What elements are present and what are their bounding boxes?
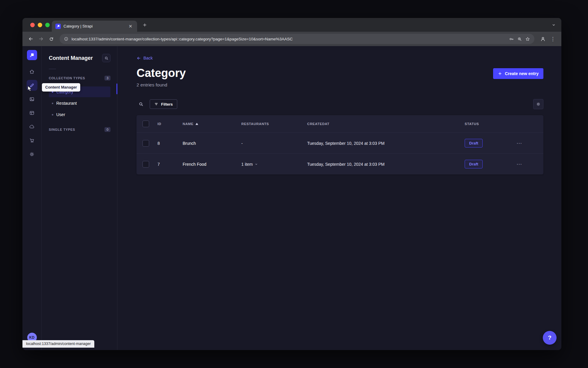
deploy-cloud-icon[interactable]	[27, 121, 37, 132]
traffic-lights	[30, 23, 50, 27]
help-button[interactable]: ?	[543, 331, 557, 345]
table-controls: Filters	[137, 99, 543, 109]
create-new-entry-label: Create new entry	[505, 71, 539, 76]
filter-icon	[154, 102, 158, 106]
back-link[interactable]: Back	[137, 56, 153, 60]
minimize-window-button[interactable]	[38, 23, 42, 27]
chevron-down-icon	[254, 162, 258, 166]
marketplace-cart-icon[interactable]	[27, 135, 37, 146]
restaurants-expand-button[interactable]: 1 item	[241, 162, 258, 167]
row-actions-button[interactable]: ⋯	[516, 140, 522, 146]
strapi-admin: KD Content Manager COLLECTION TYPES 3 Ca…	[22, 46, 561, 350]
strapi-logo-icon[interactable]	[27, 50, 37, 60]
header-name[interactable]: NAME	[183, 122, 241, 126]
back-label: Back	[143, 56, 153, 60]
new-tab-button[interactable]	[140, 20, 149, 29]
sidebar-title: Content Manager	[49, 55, 93, 61]
cell-name: Brunch	[183, 141, 241, 146]
row-actions-button[interactable]: ⋯	[516, 161, 522, 167]
page-info-icon[interactable]	[64, 37, 69, 41]
cell-id: 7	[157, 162, 183, 167]
bookmark-star-icon[interactable]	[525, 37, 530, 42]
cell-name: French Food	[183, 162, 241, 167]
table-row[interactable]: 7 French Food 1 item Tuesday, September …	[137, 153, 543, 174]
arrow-left-icon	[137, 56, 141, 60]
browser-window: Category | Strapi ✕ localhost:1337/admin…	[22, 18, 561, 350]
media-library-icon[interactable]	[27, 94, 37, 104]
cell-restaurants: -	[241, 141, 307, 146]
entries-count: 2 entries found	[137, 82, 186, 88]
tab-strip: Category | Strapi ✕	[22, 18, 561, 32]
single-types-count-badge: 0	[104, 127, 110, 132]
sidebar-item-label: Restaurant	[56, 101, 77, 106]
forward-icon[interactable]	[36, 34, 46, 44]
cell-createdat: Tuesday, September 10, 2024 at 3:03 PM	[307, 141, 465, 146]
header-id[interactable]: ID	[157, 122, 183, 126]
sidebar-search-button[interactable]	[102, 54, 110, 62]
gear-icon	[536, 102, 541, 107]
home-icon[interactable]	[27, 66, 37, 77]
url-text[interactable]: localhost:1337/admin/content-manager/col…	[72, 37, 506, 41]
sidebar-item-user[interactable]: User	[49, 109, 110, 120]
link-preview-status: localhost:1337/admin/content-manager	[22, 340, 94, 348]
strapi-favicon-icon	[55, 24, 61, 29]
filters-button[interactable]: Filters	[150, 99, 177, 109]
mouse-cursor	[27, 86, 33, 92]
sidebar-item-restaurant[interactable]: Restaurant	[49, 98, 110, 109]
select-all-checkbox[interactable]	[143, 121, 149, 127]
settings-gear-icon[interactable]	[27, 149, 37, 159]
profile-icon[interactable]	[538, 34, 548, 44]
browser-tab[interactable]: Category | Strapi ✕	[52, 21, 137, 32]
sidebar-divider	[49, 69, 56, 69]
cell-createdat: Tuesday, September 10, 2024 at 3:03 PM	[307, 162, 465, 167]
address-bar[interactable]: localhost:1337/admin/content-manager/col…	[60, 34, 534, 44]
browser-menu-icon[interactable]: ⋮	[548, 34, 558, 44]
browser-toolbar: localhost:1337/admin/content-manager/col…	[22, 32, 561, 46]
collection-types-count-badge: 3	[104, 76, 110, 80]
search-button[interactable]	[137, 100, 146, 109]
entries-table: ID NAME RESTAURANTS CREATEDAT STATUS 8	[137, 115, 543, 174]
collection-types-label: COLLECTION TYPES	[49, 76, 85, 80]
sort-ascending-icon	[196, 123, 198, 125]
cell-id: 8	[157, 141, 183, 146]
bullet-icon	[52, 103, 53, 104]
page-title: Category	[137, 67, 186, 80]
status-badge: Draft	[465, 160, 483, 168]
bullet-icon	[52, 114, 53, 115]
close-window-button[interactable]	[30, 23, 35, 27]
table-header-row: ID NAME RESTAURANTS CREATEDAT STATUS	[137, 115, 543, 133]
header-status[interactable]: STATUS	[465, 122, 516, 126]
content-type-builder-icon[interactable]	[27, 107, 37, 118]
tab-close-icon[interactable]: ✕	[127, 23, 134, 29]
row-checkbox[interactable]	[143, 140, 149, 147]
single-types-label: SINGLE TYPES	[49, 128, 75, 131]
filters-label: Filters	[161, 102, 173, 107]
tab-title: Category | Strapi	[63, 24, 125, 28]
main-content: Back Category 2 entries found Create new…	[117, 46, 561, 350]
table-row[interactable]: 8 Brunch - Tuesday, September 10, 2024 a…	[137, 133, 543, 153]
zoom-window-button[interactable]	[45, 23, 50, 27]
content-manager-sidebar: Content Manager COLLECTION TYPES 3 Categ…	[42, 46, 117, 350]
sidebar-item-label: User	[56, 112, 65, 117]
password-key-icon[interactable]	[509, 37, 514, 42]
content-manager-tooltip: Content Manager	[42, 83, 80, 92]
row-checkbox[interactable]	[143, 161, 149, 168]
create-new-entry-button[interactable]: Create new entry	[493, 68, 543, 79]
plus-icon	[498, 72, 502, 76]
status-badge: Draft	[465, 139, 483, 147]
rail-items	[27, 66, 37, 159]
header-restaurants[interactable]: RESTAURANTS	[241, 122, 307, 126]
zoom-icon[interactable]	[517, 37, 522, 42]
tab-search-chevron-icon[interactable]	[551, 23, 556, 27]
search-icon	[138, 101, 144, 107]
view-settings-button[interactable]	[533, 99, 543, 109]
header-createdat[interactable]: CREATEDAT	[307, 122, 465, 126]
reload-icon[interactable]	[46, 34, 56, 44]
back-icon[interactable]	[26, 34, 36, 44]
